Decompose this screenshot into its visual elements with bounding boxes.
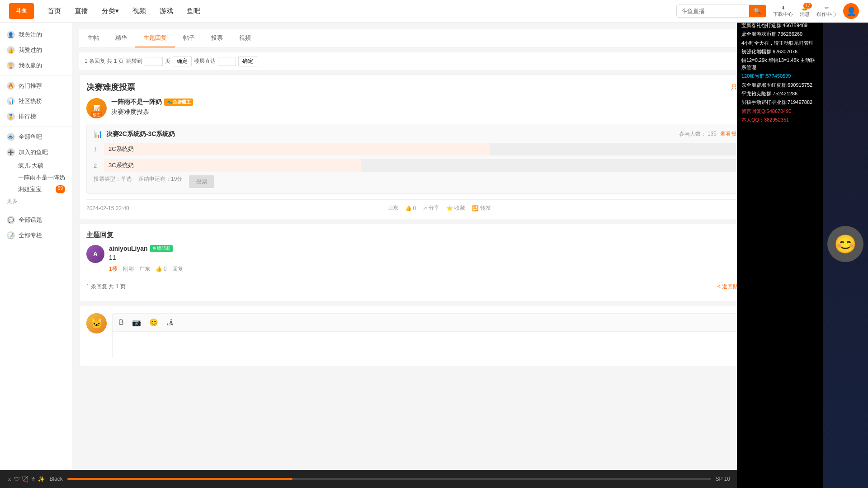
vote-bar-fill-2: [104, 159, 361, 172]
reply-like-btn[interactable]: 👍 0: [156, 266, 167, 272]
nav-game[interactable]: 游戏: [157, 5, 175, 18]
tab-topic-reply[interactable]: 主题回复: [135, 29, 175, 47]
bottom-bar-text: Black: [49, 476, 62, 482]
reply-reply-btn[interactable]: 回复: [172, 265, 183, 273]
post-share-btn[interactable]: ↗ 分享: [423, 204, 439, 212]
sidebar-item-hot-recommend[interactable]: 🔥 热门推荐: [0, 78, 72, 94]
vote-option-2: 2 3C系统奶: [94, 159, 747, 172]
post-author-avatar[interactable]: 雨 楼主: [86, 98, 107, 118]
sidebar-item-pond-1[interactable]: 疯儿·大硕: [0, 160, 72, 172]
sidebar-ponds: 🐟 全部鱼吧 ➕ 加入的鱼吧 疯儿·大硕 一阵雨不是一阵奶 湘姐宝宝 99 更多: [0, 129, 72, 207]
stream-video: 😊: [823, 0, 868, 488]
favorite-icon: ⭐: [446, 205, 453, 211]
vote-option-2-label: 3C系统奶: [108, 161, 134, 169]
sidebar-item-community[interactable]: 📊 社区热榜: [0, 94, 72, 109]
sidebar-divider-1: [0, 75, 72, 76]
floor-label: 楼层直达: [194, 57, 216, 65]
page-confirm-btn-1[interactable]: 确定: [173, 56, 192, 66]
tab-video[interactable]: 视频: [231, 29, 259, 47]
create-icon: ✏: [825, 5, 829, 11]
message-badge: 17: [803, 3, 812, 9]
ponds-icon: 🐟: [7, 133, 15, 141]
editor-emoji-button[interactable]: 😊: [147, 317, 160, 328]
sidebar-item-all-columns[interactable]: 📝 全部专栏: [0, 228, 72, 243]
nav-video[interactable]: 视频: [130, 5, 148, 18]
nav-live[interactable]: 直播: [72, 5, 90, 18]
message-icon-item[interactable]: 🔔17 消息: [800, 5, 810, 18]
create-label: 创作中心: [816, 11, 836, 18]
nav-home[interactable]: 首页: [45, 5, 63, 18]
reply-fish-badge: 鱼塘萌新: [150, 245, 173, 252]
post-forward-btn[interactable]: 🔁 转发: [472, 204, 491, 212]
main-nav: 首页 直播 分类▾ 视频 游戏 鱼吧: [45, 5, 203, 18]
user-avatar[interactable]: 👤: [843, 3, 859, 19]
sidebar-item-won[interactable]: 🏆 我收赢的: [0, 58, 72, 73]
editor-textarea[interactable]: [112, 331, 755, 358]
chat-msg-2: 宝新春礼包打造群:466759489: [741, 22, 818, 29]
floor-input[interactable]: [218, 57, 236, 66]
create-icon-item[interactable]: ✏ 创作中心: [816, 5, 836, 18]
logo[interactable]: 斗鱼: [9, 2, 36, 20]
reply-content: 11: [109, 254, 755, 261]
chat-msg-5: 初强化增幅群:626307076: [741, 48, 818, 55]
chat-msg-7: 120账号群:577450599: [741, 73, 818, 80]
editor-area: B 📷 😊 🏞: [112, 313, 755, 360]
message-icon: 🔔17: [802, 5, 808, 11]
tab-vote[interactable]: 投票: [203, 29, 231, 47]
chat-msg-11: 留言回复Q:548670490: [741, 108, 818, 115]
sidebar-item-liked[interactable]: 👍 我赞过的: [0, 42, 72, 58]
vote-bar-1[interactable]: 2C系统奶: [104, 143, 747, 155]
sidebar-item-all-topics[interactable]: 💬 全部话题: [0, 212, 72, 228]
sidebar-item-joined-ponds[interactable]: ➕ 加入的鱼吧: [0, 145, 72, 160]
sub-tabs: 主帖 精华 主题回复 帖子 投票 视频: [79, 29, 762, 48]
sidebar-item-follow[interactable]: 👤 我关注的: [0, 27, 72, 42]
reply-author-row: ainiyouLiyan 鱼塘萌新: [109, 245, 755, 252]
goto-label: 跳转到: [126, 57, 142, 65]
search-button[interactable]: 🔍: [749, 5, 766, 17]
editor-camera-button[interactable]: 📷: [130, 317, 143, 328]
reply-section: 主题回复 A ainiyouLiyan 鱼塘萌新 11 1楼 刚刚 广东: [79, 224, 762, 301]
sidebar-item-pond-3[interactable]: 湘姐宝宝 99: [0, 183, 72, 195]
vote-submit-button[interactable]: 投票: [189, 175, 214, 188]
reply-item: A ainiyouLiyan 鱼塘萌新 11 1楼 刚刚 广东 👍 0: [86, 245, 755, 274]
sidebar-more[interactable]: 更多: [0, 195, 72, 207]
page-label: 页: [165, 57, 170, 65]
page-confirm-btn-2[interactable]: 确定: [238, 56, 257, 66]
post-author-info: 一阵雨不是一阵奶 🐟 鱼塘霸主 决赛难度投票: [111, 98, 755, 116]
vote-bar-2[interactable]: 3C系统奶: [104, 159, 747, 172]
editor-image-button[interactable]: 🏞: [165, 317, 175, 328]
vote-option-2-num: 2: [94, 162, 100, 169]
author-fish-badge: 🐟 鱼塘霸主: [164, 99, 193, 106]
sidebar-topics-label: 全部话题: [19, 216, 42, 224]
sidebar-item-all-ponds[interactable]: 🐟 全部鱼吧: [0, 129, 72, 145]
liked-icon: 👍: [7, 46, 15, 54]
post-like-btn[interactable]: 👍 0: [405, 205, 416, 211]
editor-bold-button[interactable]: B: [117, 317, 126, 328]
community-icon: 📊: [7, 97, 15, 105]
editor-card: 🐱 B 📷 😊 🏞: [79, 306, 762, 367]
reply-count-text: 1 条回复 共 1 页: [85, 57, 124, 65]
won-icon: 🏆: [7, 61, 15, 70]
search-input[interactable]: [677, 5, 749, 17]
tab-posts[interactable]: 帖子: [175, 29, 203, 47]
download-icon-item[interactable]: ⬇ 下载中心: [773, 5, 793, 18]
vote-time-left: 距结申还有：19分: [138, 175, 182, 188]
post-card: 决赛难度投票 只看楼主 雨 楼主 一阵雨不是一阵奶 🐟 鱼塘霸主: [79, 75, 762, 219]
message-label: 消息: [800, 11, 810, 18]
follow-icon: 👤: [7, 31, 15, 39]
nav-category[interactable]: 分类▾: [99, 5, 121, 18]
participant-label: 参与人数：: [679, 131, 706, 137]
reply-author-avatar[interactable]: A: [86, 245, 104, 263]
nav-pond[interactable]: 鱼吧: [184, 5, 203, 18]
share-label: 分享: [429, 204, 439, 212]
tab-main-post[interactable]: 主帖: [79, 29, 107, 47]
reply-count-text-bottom: 1 条回复 共 1 页: [86, 283, 126, 291]
reply-like-icon: 👍: [156, 266, 162, 272]
favorite-label: 收藏: [454, 204, 465, 212]
tab-featured[interactable]: 精华: [107, 29, 135, 47]
page-input[interactable]: [145, 57, 163, 66]
share-icon: ↗: [423, 205, 427, 211]
sidebar-item-ranking[interactable]: 🏅 排行榜: [0, 109, 72, 124]
post-favorite-btn[interactable]: ⭐ 收藏: [446, 204, 465, 212]
sidebar-item-pond-2[interactable]: 一阵雨不是一阵奶: [0, 172, 72, 183]
